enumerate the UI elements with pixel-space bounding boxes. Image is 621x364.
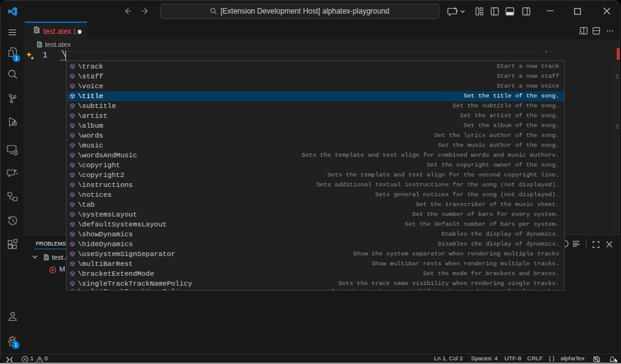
- svg-text:1: 1: [14, 342, 17, 348]
- svg-text:1: 1: [15, 55, 18, 61]
